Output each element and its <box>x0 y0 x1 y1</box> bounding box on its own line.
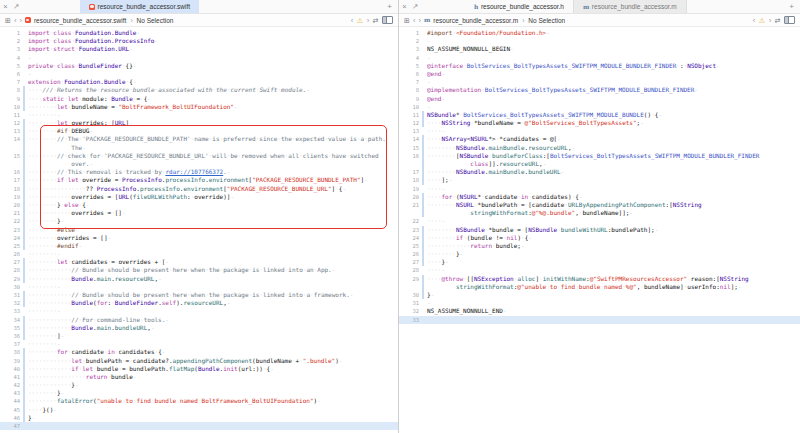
code-line-text[interactable]: import·class·Foundation.Bundle- <box>28 29 398 37</box>
tab-resource-bundle-accessor-m[interactable]: m resource_bundle_accessor.m <box>573 0 687 13</box>
line-number[interactable]: 30 <box>399 291 420 299</box>
code-row[interactable]: 33········- <box>0 307 398 315</box>
code-line-text[interactable]: ········}·else·{- <box>28 201 398 209</box>
code-editor-objc[interactable]: 1#import·<Foundation/Foundation.h>-2-3NS… <box>399 27 800 433</box>
code-line-text[interactable]: ········if·let·override·=·ProcessInfo.pr… <box>28 176 398 184</box>
code-row[interactable]: 2- <box>399 37 800 45</box>
forward-button[interactable]: › <box>418 17 421 24</box>
code-line-text[interactable]: ····}- <box>427 258 800 266</box>
code-row[interactable]: 8@implementation·BoltServices_BoltTypesA… <box>399 86 800 94</box>
line-number[interactable] <box>399 160 420 168</box>
line-number[interactable]: 43 <box>0 389 21 397</box>
prev-issue-button[interactable]: ‹ <box>351 17 354 24</box>
code-row[interactable]: 12········let·overrides:·[URL]- <box>0 119 398 127</box>
line-number[interactable]: 24 <box>399 234 420 242</box>
line-number[interactable]: 38 <box>0 348 21 356</box>
line-number[interactable]: 8 <box>0 86 21 94</box>
editor-options-icon[interactable] <box>382 16 393 25</box>
line-number[interactable]: 8 <box>399 86 420 94</box>
line-number[interactable]: 2 <box>0 37 21 45</box>
line-number[interactable]: 14 <box>399 135 420 143</box>
code-line-text[interactable]: NSBundle*·BoltServices_BoltTypesAssets_S… <box>427 111 800 119</box>
code-row[interactable]: 37········- <box>0 340 398 348</box>
line-number[interactable]: 31 <box>0 291 21 299</box>
code-line-text[interactable]: ············Bundle(for:·BundleFinder.sel… <box>28 299 398 307</box>
code-review-icon[interactable]: ⇄ <box>373 17 379 24</box>
line-number[interactable]: 32 <box>399 307 420 315</box>
current-line-row[interactable]: 47 <box>0 422 398 430</box>
code-row[interactable]: class]].resourceURL,- <box>399 160 800 168</box>
code-row[interactable]: 24········if·(bundle·!=·nil)·{- <box>399 234 800 242</box>
code-row[interactable]: stringWithFormat:@"%@.bundle",·bundleNam… <box>399 209 800 217</box>
code-line-text[interactable]: #import·<Foundation/Foundation.h>- <box>427 29 800 37</box>
close-editor-icon[interactable]: × <box>399 0 410 13</box>
code-row[interactable]: 3NS_ASSUME_NONNULL_BEGIN- <box>399 45 800 53</box>
close-editor-icon[interactable]: × <box>0 0 11 13</box>
code-line-text[interactable]: }- <box>427 291 800 299</box>
line-number[interactable]: 9 <box>0 95 21 103</box>
code-row[interactable]: 22········}- <box>0 217 398 225</box>
line-number[interactable]: 1 <box>399 29 420 37</box>
line-number[interactable]: 20 <box>399 193 420 201</box>
code-row[interactable]: 36········]- <box>0 332 398 340</box>
code-line-text[interactable]: ················return·bundle- <box>28 373 398 381</box>
line-number[interactable]: 10 <box>399 103 420 111</box>
code-row[interactable]: 5private·class·BundleFinder·{}- <box>0 62 398 70</box>
code-line-text[interactable]: @interface·BoltServices_BoltTypesAssets_… <box>427 62 800 70</box>
code-line-text[interactable]: ········- <box>28 307 398 315</box>
code-line-text[interactable]: ········NSBundle.mainBundle.bundleURL- <box>427 168 800 176</box>
line-number[interactable] <box>0 160 21 168</box>
code-row[interactable]: 7extension·Foundation.Bundle·{- <box>0 78 398 86</box>
line-number[interactable]: 16 <box>399 152 420 160</box>
breadcrumb-file[interactable]: resource_bundle_accessor.swift <box>34 17 127 24</box>
code-line-text[interactable]: ········NSBundle.mainBundle.resourceURL,… <box>427 144 800 152</box>
warning-icon[interactable]: ⚠ <box>759 17 765 24</box>
line-number[interactable]: 5 <box>0 62 21 70</box>
line-number[interactable]: 31 <box>399 299 420 307</box>
code-line-text[interactable]: - <box>427 103 800 111</box>
code-line-text[interactable]: ········}- <box>28 217 398 225</box>
code-editor-swift[interactable]: 1import·class·Foundation.Bundle-2import·… <box>0 27 398 433</box>
line-number[interactable]: 47 <box>0 422 21 430</box>
code-line-text[interactable]: ····for·(NSURL*·candidate·in·candidates)… <box>427 193 800 201</box>
line-number[interactable]: 33 <box>399 316 420 324</box>
code-row[interactable]: 6- <box>0 70 398 78</box>
code-row[interactable]: 20········}·else·{- <box>0 201 398 209</box>
line-number[interactable]: 28 <box>399 266 420 274</box>
line-number[interactable]: 6 <box>0 70 21 78</box>
code-row[interactable]: 15········NSBundle.mainBundle.resourceUR… <box>399 144 800 152</box>
breadcrumb-file[interactable]: resource_bundle_accessor.m <box>433 17 518 24</box>
code-line-text[interactable]: ········[NSBundle·bundleForClass:[BoltSe… <box>427 152 800 160</box>
line-number[interactable]: 39 <box>0 357 21 365</box>
code-line-text[interactable]: ····}()- <box>28 406 398 414</box>
code-line-text[interactable]: }- <box>28 414 398 422</box>
code-line-text[interactable]: - <box>28 54 398 62</box>
code-row[interactable]: 5@interface·BoltServices_BoltTypesAssets… <box>399 62 800 70</box>
code-line-text[interactable]: ········#if·DEBUG- <box>28 127 398 135</box>
line-number[interactable]: 10 <box>0 103 21 111</box>
code-row[interactable]: 14········//·The·'PACKAGE_RESOURCE_BUNDL… <box>0 135 398 143</box>
code-line-text[interactable]: ········let·overrides:·[URL]- <box>28 119 398 127</box>
code-line-text[interactable]: ········- <box>28 340 398 348</box>
code-line-text[interactable]: over.- <box>28 160 398 168</box>
line-number[interactable]: 12 <box>0 119 21 127</box>
line-number[interactable]: 7 <box>399 78 420 86</box>
code-line-text[interactable]: ····- <box>427 217 800 225</box>
code-row[interactable]: The- <box>0 144 398 152</box>
code-line-text[interactable]: - <box>427 299 800 307</box>
code-line-text[interactable]: import·class·Foundation.ProcessInfo- <box>28 37 398 45</box>
line-number[interactable]: 11 <box>399 111 420 119</box>
code-line-text[interactable]: - <box>427 37 800 45</box>
code-line-text[interactable]: ········#endif- <box>28 242 398 250</box>
code-line-text[interactable]: ················??·ProcessInfo.processIn… <box>28 185 398 193</box>
code-row[interactable]: 21············overrides·=·[]- <box>0 209 398 217</box>
code-row[interactable]: 1import·class·Foundation.Bundle- <box>0 29 398 37</box>
code-line-text[interactable]: ············overrides·=·[URL(fileURLWith… <box>28 193 398 201</box>
line-number[interactable]: 18 <box>399 176 420 184</box>
line-number[interactable]: 29 <box>0 275 21 283</box>
line-number[interactable]: 19 <box>399 185 420 193</box>
code-row[interactable]: 17········if·let·override·=·ProcessInfo.… <box>0 176 398 184</box>
code-line-text[interactable]: - <box>427 54 800 62</box>
code-line-text[interactable]: ············overrides·=·[]- <box>28 209 398 217</box>
code-row[interactable]: 45····}()- <box>0 406 398 414</box>
